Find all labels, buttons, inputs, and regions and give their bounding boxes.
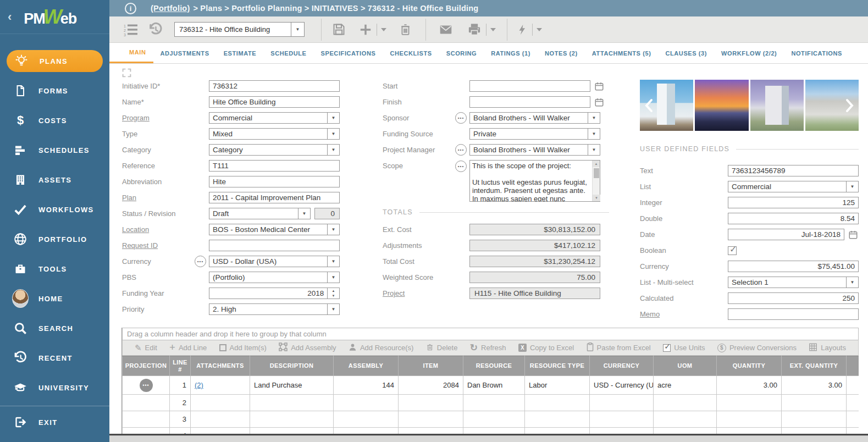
resource-type-cell[interactable] (525, 428, 590, 434)
sidebar-item-tools[interactable]: TOOLS (0, 254, 109, 284)
column-header[interactable]: UOM (654, 356, 717, 376)
resource-type-cell[interactable] (525, 395, 590, 411)
scrollbar[interactable]: ▲▼ (592, 161, 600, 201)
copy-to-excel-button[interactable]: XCopy to Excel (518, 344, 574, 352)
sidebar-item-home[interactable]: HOME (0, 284, 109, 313)
sidebar-item-search[interactable]: SEARCH (0, 313, 109, 343)
grid-delete-button[interactable]: Delete (426, 343, 458, 353)
uom-cell[interactable] (654, 395, 717, 411)
udf-boolean-checkbox[interactable]: ✓ (728, 246, 737, 255)
assembly-cell[interactable] (334, 395, 399, 411)
sidebar-item-exit[interactable]: EXIT (0, 407, 109, 437)
ext-quantity-cell[interactable] (782, 395, 847, 411)
resource-type-cell[interactable] (525, 411, 590, 428)
sidebar-item-forms[interactable]: FORMS (0, 76, 109, 106)
chevron-down-icon[interactable]: ▼ (846, 181, 858, 192)
column-header[interactable]: ASSEMBLY (334, 356, 399, 376)
print-menu-caret[interactable] (486, 24, 496, 36)
tab-clauses[interactable]: CLAUSES (3) (658, 43, 714, 63)
project-manager-lookup-button[interactable]: ••• (455, 144, 467, 156)
quantity-cell[interactable] (717, 428, 782, 434)
scope-field[interactable]: This is the scope of the project: Ut luc… (470, 161, 592, 201)
email-button[interactable] (438, 23, 454, 37)
numbered-list-icon[interactable]: 123 (124, 23, 139, 37)
item-cell[interactable] (399, 411, 463, 428)
column-header[interactable]: LINE # (170, 356, 191, 376)
calendar-icon[interactable] (594, 81, 604, 91)
funding-year-stepper[interactable]: ▲▼ (209, 288, 340, 299)
tab-adjustments[interactable]: ADJUSTMENTS (153, 43, 217, 63)
udf-text-field[interactable] (728, 165, 859, 176)
assembly-cell[interactable]: 144 (334, 376, 399, 395)
reference-field[interactable] (209, 160, 340, 172)
tab-specifications[interactable]: SPECIFICATIONS (314, 43, 383, 63)
calendar-icon[interactable] (594, 97, 604, 107)
chevron-down-icon[interactable]: ▼ (291, 23, 304, 36)
column-header[interactable]: QUANTITY (717, 356, 782, 376)
add-resources-button[interactable]: Add Resource(s) (349, 343, 414, 353)
memo-link[interactable]: Memo (640, 310, 660, 318)
resource-cell[interactable]: Dan Brown (463, 376, 525, 395)
plan-link[interactable]: Plan (122, 194, 136, 202)
chevron-down-icon[interactable]: ▼ (327, 224, 339, 235)
abbreviation-field[interactable] (209, 176, 340, 187)
udf-calculated-field[interactable] (728, 292, 859, 304)
row-actions-button[interactable]: ••• (140, 379, 153, 392)
sponsor-select[interactable]: Boland Brothers - Will Walker▼ (469, 112, 600, 124)
sidebar-item-plans[interactable]: PLANS (7, 50, 103, 72)
use-units-toggle[interactable]: ✓Use Units (663, 344, 705, 352)
quantity-cell[interactable] (717, 395, 782, 411)
tab-checklists[interactable]: CHECKLISTS (383, 43, 439, 63)
udf-integer-field[interactable] (728, 197, 859, 208)
breadcrumb-portfolio-link[interactable]: (Portfolio) (151, 4, 190, 13)
spinner-buttons[interactable]: ▲▼ (327, 288, 339, 299)
resource-type-cell[interactable]: Labor (525, 376, 590, 395)
history-icon[interactable] (148, 22, 163, 37)
add-line-button[interactable]: +Add Line (169, 342, 207, 353)
category-select[interactable]: Category▼ (209, 144, 340, 156)
sidebar-item-costs[interactable]: $ SCHEDULES COSTS (0, 106, 109, 135)
finish-date-field[interactable] (469, 96, 590, 108)
resource-cell[interactable] (463, 428, 525, 434)
chevron-down-icon[interactable]: ▼ (846, 277, 858, 288)
tab-notes[interactable]: NOTES (2) (538, 43, 585, 63)
column-header[interactable]: ATTACHMENTS (191, 356, 250, 376)
item-cell[interactable]: 2084 (399, 376, 463, 395)
chevron-down-icon[interactable]: ▼ (327, 304, 339, 314)
sidebar-item-schedules[interactable]: SCHEDULES (0, 135, 109, 165)
udf-date-field[interactable] (728, 229, 844, 240)
quantity-cell[interactable] (717, 411, 782, 428)
lightning-button[interactable] (516, 23, 528, 37)
initiative-id-field[interactable] (209, 80, 340, 92)
pbs-select[interactable]: (Portfolio)▼ (209, 272, 340, 283)
delete-button[interactable] (399, 23, 412, 37)
currency-cell[interactable] (590, 411, 654, 428)
location-select[interactable]: BOS - Boston Medical Center▼ (209, 224, 340, 235)
currency-cell[interactable]: USD - Currency (USA) (590, 376, 654, 395)
project-link[interactable]: Project (383, 289, 405, 297)
tab-scoring[interactable]: SCORING (439, 43, 484, 63)
description-cell[interactable]: Land Purchase (250, 376, 334, 395)
layouts-button[interactable]: Layouts (809, 343, 846, 353)
currency-select[interactable]: USD - Dollar (USA)▼ (209, 256, 340, 267)
priority-select[interactable]: 2. High▼ (209, 303, 340, 315)
column-header[interactable]: RESOURCE (463, 356, 525, 376)
drag-handle-icon[interactable] (122, 68, 131, 80)
info-icon[interactable]: i (125, 3, 136, 14)
chevron-down-icon[interactable]: ▼ (327, 129, 339, 139)
item-cell[interactable] (399, 395, 463, 411)
column-header[interactable]: CURRENCY (590, 356, 654, 376)
sidebar-item-university[interactable]: UNIVERSITY (0, 373, 109, 402)
request-id-field[interactable] (209, 240, 340, 251)
carousel-next-icon[interactable] (845, 98, 854, 115)
resource-cell[interactable] (463, 411, 525, 428)
quantity-cell[interactable]: 3.00 (717, 376, 782, 395)
name-field[interactable] (209, 96, 340, 108)
save-button[interactable] (331, 22, 346, 37)
add-menu-caret[interactable] (377, 24, 386, 36)
start-date-field[interactable] (469, 80, 590, 92)
add-assembly-button[interactable]: Add Assembly (279, 342, 336, 353)
horizontal-scrollbar[interactable] (109, 435, 868, 442)
refresh-button[interactable]: ↻Refresh (470, 342, 506, 353)
add-items-button[interactable]: Add Item(s) (219, 344, 267, 352)
